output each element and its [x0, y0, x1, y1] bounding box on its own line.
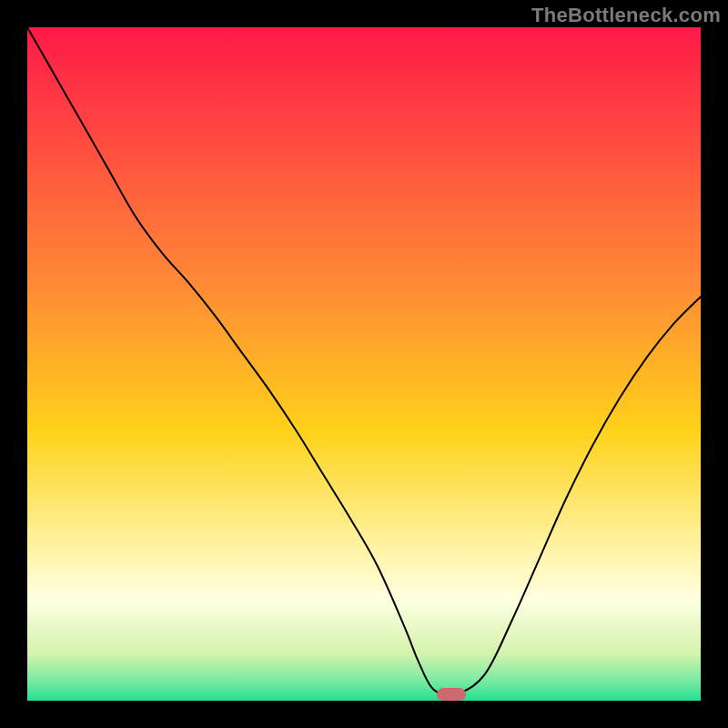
curve-layer: [27, 27, 701, 701]
bottleneck-curve: [27, 27, 701, 696]
plot-area: [27, 27, 701, 701]
chart-frame: TheBottleneck.com: [0, 0, 728, 728]
watermark-text: TheBottleneck.com: [531, 4, 721, 27]
optimal-marker: [437, 688, 466, 701]
